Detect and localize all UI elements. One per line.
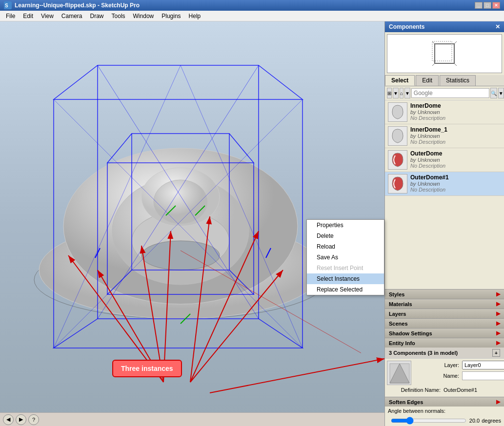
context-select-instances[interactable]: Select Instances [307, 273, 384, 284]
viewport-toolbar: ◀ ▶ ? [0, 412, 384, 426]
component-author: by Unknown [410, 109, 501, 115]
entity-details: Layer: Layer0 Name: Definition Name: Out… [385, 359, 504, 397]
context-delete[interactable]: Delete [307, 231, 384, 241]
layers-close[interactable]: ▶ [496, 310, 500, 317]
menu-item-plugins[interactable]: Plugins [158, 12, 184, 20]
list-item[interactable]: OuterDome by Unknown No Description [385, 148, 504, 172]
svg-point-12 [154, 180, 207, 224]
shadow-header[interactable]: Shadow Settings ▶ [385, 329, 504, 338]
svg-rect-46 [435, 44, 454, 63]
list-item[interactable]: InnerDome_1 by Unknown No Description [385, 124, 504, 148]
layers-label: Layers [389, 311, 406, 317]
list-item[interactable]: InnerDome by Unknown No Description [385, 100, 504, 124]
context-reload[interactable]: Reload [307, 241, 384, 252]
main-area: Three instances ◀ ▶ ? Components ✕ [0, 21, 504, 426]
angle-slider[interactable] [391, 417, 466, 425]
menu-item-window[interactable]: Window [129, 12, 158, 20]
component-name: InnerDome_1 [410, 126, 501, 133]
angle-label: Angle between normals: [388, 408, 445, 414]
list-view-button[interactable]: ▼ [393, 88, 399, 98]
materials-close[interactable]: ▶ [496, 301, 500, 307]
components-panel-header: Components ✕ [385, 21, 504, 32]
entity-info-section: Entity Info ▶ [385, 338, 504, 348]
titlebar-title: Learning--Unique-flipped.skp - SketchUp … [15, 2, 140, 9]
entity-info-header[interactable]: Entity Info ▶ [385, 338, 504, 348]
soften-edges-label: Soften Edges [389, 399, 423, 405]
menubar: FileEditViewCameraDrawToolsWindowPlugins… [0, 11, 504, 21]
maximize-button[interactable]: □ [484, 2, 491, 9]
component-thumbnail [388, 102, 407, 122]
context-save-as[interactable]: Save As [307, 252, 384, 263]
layers-header[interactable]: Layers ▶ [385, 309, 504, 318]
def-name-label: Definition Name: [387, 387, 441, 393]
scenes-close[interactable]: ▶ [496, 320, 500, 327]
components-count-text: 3 Components (3 in model) [389, 350, 458, 356]
tab-statistics[interactable]: Statistics [440, 75, 476, 86]
context-properties[interactable]: Properties [307, 220, 384, 231]
component-info: InnerDome_1 by Unknown No Description [410, 126, 501, 145]
help-button[interactable]: ? [28, 414, 39, 425]
scene-svg [10, 36, 361, 368]
tabs-row: Select Edit Statistics [385, 75, 504, 86]
component-list: InnerDome by Unknown No Description Inne… [385, 100, 504, 289]
soften-close[interactable]: ▶ [496, 399, 500, 405]
tab-edit[interactable]: Edit [416, 75, 439, 86]
def-name-row: Definition Name: OuterDome#1 [387, 387, 502, 393]
component-desc: No Description [410, 115, 501, 121]
component-thumbnail [388, 150, 407, 170]
back-button[interactable]: ◀ [3, 414, 14, 425]
svg-line-50 [454, 63, 457, 66]
menu-item-tools[interactable]: Tools [108, 12, 129, 20]
component-preview [387, 34, 502, 73]
scenes-section: Scenes ▶ [385, 318, 504, 328]
styles-close[interactable]: ▶ [496, 291, 500, 297]
name-row: Name: [415, 371, 504, 380]
tab-select[interactable]: Select [385, 75, 415, 86]
component-name: InnerDome [410, 102, 501, 109]
close-button[interactable]: ✕ [492, 2, 500, 9]
component-info: InnerDome by Unknown No Description [410, 102, 501, 121]
svg-point-10 [141, 241, 220, 270]
name-input[interactable] [462, 371, 504, 380]
search-input[interactable] [411, 88, 489, 98]
context-replace-selected[interactable]: Replace Selected [307, 284, 384, 295]
menu-item-file[interactable]: File [2, 12, 19, 20]
soften-edges-header[interactable]: Soften Edges ▶ [385, 397, 504, 407]
component-author: by Unknown [410, 181, 501, 187]
back-nav-button[interactable]: ▼ [404, 88, 410, 98]
forward-button[interactable]: ▶ [16, 414, 26, 425]
menu-item-camera[interactable]: Camera [58, 12, 86, 20]
menu-item-help[interactable]: Help [185, 12, 205, 20]
titlebar: S Learning--Unique-flipped.skp - SketchU… [0, 0, 504, 11]
search-button[interactable]: 🔍 [490, 88, 497, 98]
entity-info-close[interactable]: ▶ [496, 340, 500, 346]
component-info: OuterDome#1 by Unknown No Description [410, 174, 501, 193]
list-item[interactable]: OuterDome#1 by Unknown No Description [385, 172, 504, 196]
menu-item-draw[interactable]: Draw [86, 12, 108, 20]
grid-view-button[interactable]: ⊞ [387, 88, 392, 98]
add-component-button[interactable]: + [492, 349, 500, 357]
shadow-section: Shadow Settings ▶ [385, 328, 504, 338]
component-thumbnail [388, 126, 407, 146]
entity-fields: Layer: Layer0 Name: [415, 361, 504, 382]
search-row: ⊞ ▼ ⌂ ▼ 🔍 ▼ [385, 86, 504, 100]
def-name-value: OuterDome#1 [444, 387, 477, 393]
layer-select[interactable]: Layer0 [462, 361, 504, 369]
home-button[interactable]: ⌂ [400, 88, 403, 98]
menu-item-edit[interactable]: Edit [19, 12, 37, 20]
search-settings-button[interactable]: ▼ [498, 88, 504, 98]
menu-item-view[interactable]: View [37, 12, 58, 20]
components-close-icon[interactable]: ✕ [495, 23, 500, 30]
soften-edges-section: Soften Edges ▶ Angle between normals: 20… [385, 397, 504, 426]
shadow-label: Shadow Settings [389, 330, 432, 336]
app-icon: S [4, 1, 12, 9]
entity-thumbnail [387, 361, 411, 385]
minimize-button[interactable]: _ [475, 2, 483, 9]
scenes-header[interactable]: Scenes ▶ [385, 319, 504, 328]
angle-value: 20.0 [469, 418, 480, 424]
shadow-close[interactable]: ▶ [496, 330, 500, 336]
styles-header[interactable]: Styles ▶ [385, 290, 504, 299]
materials-header[interactable]: Materials ▶ [385, 299, 504, 309]
svg-line-49 [432, 63, 435, 66]
component-desc: No Description [410, 187, 501, 193]
